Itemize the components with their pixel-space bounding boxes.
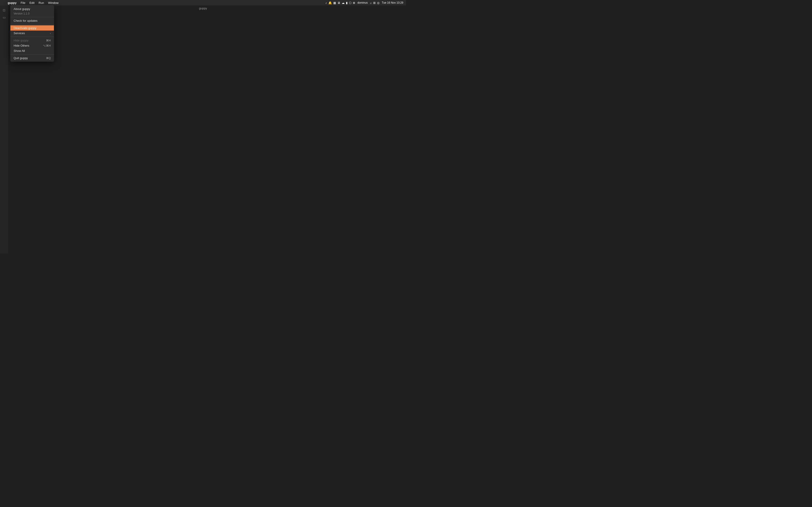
menubar-left: guppy File Edit Run Window xyxy=(2,1,60,5)
bluetooth-icon[interactable]: ⬡ xyxy=(349,1,351,5)
wifi-icon[interactable]: ⊕ xyxy=(353,1,355,5)
menu-quit[interactable]: Quit guppy ⌘Q xyxy=(10,55,54,61)
control-center-icon[interactable]: ⊞ xyxy=(373,1,376,5)
siri-icon[interactable]: ◎ xyxy=(377,1,379,5)
datetime-label: Tue 16 Nov 10:29 xyxy=(381,1,404,4)
menu-version: Version 1.1.0 xyxy=(10,11,54,16)
menu-divider-2 xyxy=(10,24,54,24)
services-arrow-icon: › xyxy=(50,32,51,35)
search-icon[interactable]: ⌕ xyxy=(370,1,372,5)
menu-hide-guppy: Hide guppy ⌘H xyxy=(10,38,54,43)
menubar-app-name[interactable]: guppy xyxy=(6,1,18,5)
window-title: guppy xyxy=(199,5,207,11)
menu-services[interactable]: Services › xyxy=(10,31,54,36)
menubar-edit[interactable]: Edit xyxy=(28,1,36,5)
menubar-right: ♪ 🔔 ▦ 🖥 ☁ ▮ ⬡ ⊕ dominus ⌕ ⊞ ◎ Tue 16 Nov… xyxy=(325,1,404,5)
file-icon[interactable]: ⊡ xyxy=(2,8,7,13)
hide-others-shortcut: ⌥⌘H xyxy=(43,44,51,47)
display-icon[interactable]: ▦ xyxy=(333,1,336,5)
menubar-file[interactable]: File xyxy=(19,1,27,5)
menubar-run[interactable]: Run xyxy=(37,1,46,5)
quit-shortcut: ⌘Q xyxy=(46,57,51,60)
menubar: guppy File Edit Run Window ♪ 🔔 ▦ 🖥 ☁ ▮ ⬡… xyxy=(0,0,406,5)
audio-icon[interactable]: ♪ xyxy=(325,1,327,5)
cloud-icon[interactable]: ☁ xyxy=(342,1,345,5)
menu-hide-others[interactable]: Hide Others ⌥⌘H xyxy=(10,43,54,48)
menu-divider-3 xyxy=(10,37,54,37)
menu-show-all[interactable]: Show All xyxy=(10,48,54,53)
username-label: dominus xyxy=(357,1,369,4)
folder-icon[interactable]: ▭ xyxy=(2,15,7,20)
dropdown-menu: About guppy Version 1.1.0 Check for upda… xyxy=(10,5,54,62)
menu-about[interactable]: About guppy xyxy=(10,6,54,11)
menu-divider-4 xyxy=(10,54,54,55)
battery-icon[interactable]: ▮ xyxy=(346,1,348,5)
menubar-window[interactable]: Window xyxy=(46,1,60,5)
sidebar: ⊡ ▭ xyxy=(0,5,8,253)
menu-check-updates[interactable]: Check for updates xyxy=(10,18,54,23)
notification-icon[interactable]: 🔔 xyxy=(328,1,332,5)
screen-icon[interactable]: 🖥 xyxy=(337,1,340,5)
menu-deactivate[interactable]: Deactivate guppy xyxy=(10,25,54,31)
hide-guppy-shortcut: ⌘H xyxy=(46,39,51,42)
